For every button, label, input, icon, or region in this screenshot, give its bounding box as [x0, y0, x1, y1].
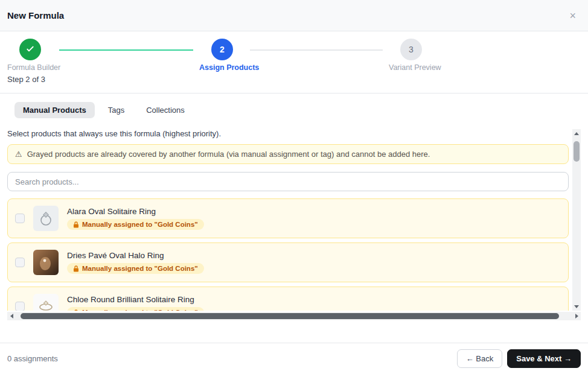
vertical-scrollbar-track[interactable]: [572, 138, 581, 302]
save-next-button[interactable]: Save & Next →: [507, 349, 581, 368]
check-icon: [25, 44, 35, 55]
step-2-circle[interactable]: 2: [211, 39, 233, 60]
lock-icon: [73, 309, 79, 311]
product-thumbnail: [33, 294, 59, 311]
product-thumbnail: [33, 206, 59, 231]
modal-footer: 0 assignments ← Back Save & Next →: [0, 343, 588, 374]
tab-manual-products[interactable]: Manual Products: [14, 102, 95, 118]
step-3-circle[interactable]: 3: [400, 39, 422, 60]
horizontal-scrollbar-thumb[interactable]: [21, 313, 559, 319]
new-formula-modal: New Formula × 2 3 Formula Builder Assign…: [0, 0, 588, 374]
product-thumbnail: [33, 250, 59, 275]
scroll-right-button[interactable]: [572, 312, 581, 320]
product-row: Chloe Round Brilliant Solitaire Ring Man…: [7, 287, 569, 311]
tab-collections[interactable]: Collections: [138, 102, 193, 118]
close-button[interactable]: ×: [567, 8, 578, 24]
scroll-left-icon: [10, 314, 13, 319]
scroll-down-button[interactable]: [572, 302, 581, 311]
vertical-scrollbar[interactable]: [572, 129, 581, 311]
product-info: Alara Oval Solitaire Ring Manually assig…: [67, 207, 204, 230]
modal-title: New Formula: [7, 10, 64, 21]
product-list: Alara Oval Solitaire Ring Manually assig…: [7, 198, 569, 311]
lock-icon: [73, 221, 79, 228]
warning-icon: ⚠: [15, 150, 22, 159]
step-progress-label: Step 2 of 3: [7, 75, 45, 84]
assignment-badge: Manually assigned to "Gold Coins": [67, 307, 204, 311]
product-checkbox: [15, 214, 25, 223]
search-input[interactable]: [7, 172, 569, 191]
step-2-label: Assign Products: [199, 63, 259, 72]
warning-text: Grayed products are already covered by a…: [27, 150, 430, 159]
assignment-badge-text: Manually assigned to "Gold Coins": [82, 221, 198, 228]
step-3-label: Variant Preview: [389, 63, 441, 72]
footer-actions: ← Back Save & Next →: [457, 349, 581, 368]
step-1-circle[interactable]: [19, 39, 41, 60]
description-text: Select products that always use this for…: [7, 129, 569, 138]
tab-tags[interactable]: Tags: [100, 102, 133, 118]
lock-icon: [73, 265, 79, 272]
warning-banner: ⚠ Grayed products are already covered by…: [7, 144, 569, 164]
product-name: Chloe Round Brilliant Solitaire Ring: [67, 295, 204, 304]
step-connector-todo: [250, 49, 383, 51]
product-checkbox: [15, 258, 25, 267]
step-2-number: 2: [220, 45, 225, 54]
product-row: Alara Oval Solitaire Ring Manually assig…: [7, 198, 569, 238]
tab-bar: Manual Products Tags Collections: [14, 102, 581, 118]
scroll-up-icon: [574, 132, 579, 135]
scroll-up-button[interactable]: [572, 129, 581, 138]
vertical-scrollbar-thumb[interactable]: [574, 141, 580, 162]
product-checkbox: [15, 302, 25, 311]
main-content: Manual Products Tags Collections Select …: [0, 94, 588, 343]
modal-header: New Formula ×: [0, 0, 588, 31]
assignment-badge: Manually assigned to "Gold Coins": [67, 219, 204, 230]
product-name: Alara Oval Solitaire Ring: [67, 207, 204, 216]
scroll-right-icon: [575, 314, 578, 319]
product-scroll-region: Select products that always use this for…: [7, 129, 581, 311]
assignments-count: 0 assignments: [7, 354, 58, 363]
scroll-down-icon: [574, 305, 579, 308]
product-row: Dries Pavé Oval Halo Ring Manually assig…: [7, 242, 569, 282]
product-name: Dries Pavé Oval Halo Ring: [67, 251, 204, 260]
back-button[interactable]: ← Back: [457, 349, 503, 368]
product-info: Chloe Round Brilliant Solitaire Ring Man…: [67, 295, 204, 311]
scroll-left-button[interactable]: [7, 312, 16, 320]
assignment-badge: Manually assigned to "Gold Coins": [67, 263, 204, 274]
product-info: Dries Pavé Oval Halo Ring Manually assig…: [67, 251, 204, 274]
stepper: 2 3 Formula Builder Assign Products Vari…: [0, 31, 588, 94]
step-3-number: 3: [409, 45, 414, 54]
horizontal-scrollbar[interactable]: [7, 312, 581, 320]
step-connector-done: [59, 49, 193, 51]
assignment-badge-text: Manually assigned to "Gold Coins": [82, 265, 198, 272]
step-1-label: Formula Builder: [7, 63, 60, 72]
horizontal-scrollbar-track[interactable]: [16, 312, 572, 320]
assignment-badge-text: Manually assigned to "Gold Coins": [82, 309, 198, 311]
